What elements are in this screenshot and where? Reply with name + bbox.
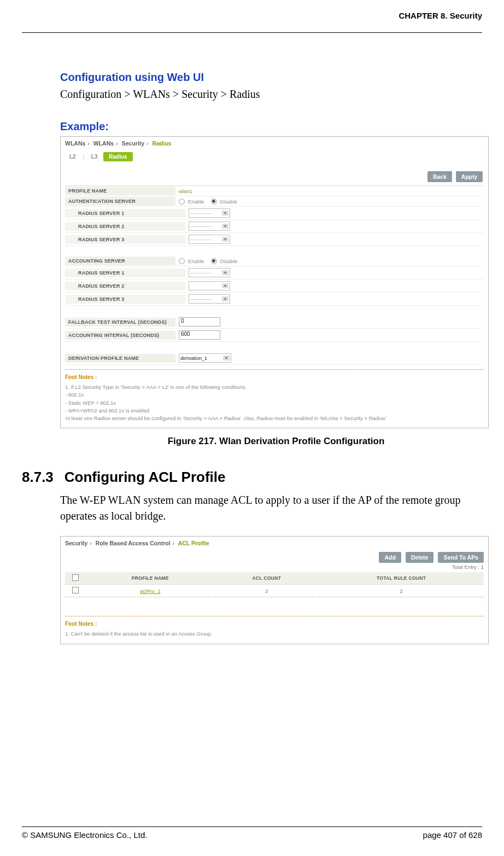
chevron-down-icon: ▾ [222, 211, 228, 216]
figure-radius-config: WLANs› WLANs› Security› Radius L2 | L3 R… [60, 136, 489, 428]
select-auth-rs1[interactable]: -------------▾ [189, 208, 230, 218]
section-body: The W-EP WLAN system can manage ACL to a… [60, 492, 492, 524]
example-label: Example: [60, 120, 492, 133]
radio-acct-disable[interactable] [211, 258, 217, 264]
send-to-aps-button[interactable]: Send To APs [438, 552, 484, 563]
header-rule [22, 32, 482, 33]
label-acct-rs1: RADIUS SERVER 1 [65, 269, 185, 277]
cell-acl-count: 2 [215, 585, 319, 597]
chevron-down-icon: ▾ [223, 356, 230, 360]
chevron-down-icon: ▾ [222, 296, 228, 301]
select-acct-rs3[interactable]: -------------▾ [189, 294, 230, 304]
footnotes-title2: Foot Notes : [65, 621, 484, 627]
page-footer: © SAMSUNG Electronics Co., Ltd. page 407… [22, 826, 482, 840]
bc-security2[interactable]: Security [65, 540, 87, 546]
radio-auth-enable[interactable] [179, 199, 185, 205]
bc-wlans[interactable]: WLANs [65, 140, 85, 147]
bc-wlans2[interactable]: WLANs [93, 140, 114, 147]
tab-l2[interactable]: L2 [65, 152, 80, 161]
section-title: Configuring ACL Profile [65, 469, 226, 486]
separator [65, 616, 484, 616]
fig2-breadcrumb: Security› Role Based Access Control› ACL… [65, 540, 484, 546]
radius-form: PROFILE NAME wlan1 AUTHENTICATION SERVER… [65, 185, 484, 370]
footer-page-number: page 407 of 628 [423, 830, 482, 840]
tab-radius[interactable]: Radius [103, 152, 132, 161]
bc-rbac[interactable]: Role Based Access Control [96, 540, 171, 546]
select-derivation[interactable]: derivation_1▾ [179, 353, 231, 363]
input-acct-interval[interactable]: 600 [179, 330, 220, 340]
footnotes-body2: 1. Can't be deleted if the access list i… [65, 630, 484, 638]
section-number: 8.7.3 [22, 469, 54, 486]
tabs: L2 | L3 Radius [65, 152, 484, 161]
auth-server-radios: Enable Disable [175, 197, 484, 206]
chevron-down-icon: ▾ [222, 283, 228, 288]
chapter-header: CHAPTER 8. Security [22, 11, 482, 20]
label-acct-server: ACCOUNTING SERVER [65, 257, 175, 265]
col-profile-name: PROFILE NAME [86, 572, 215, 585]
label-acct-rs3: RADIUS SERVER 3 [65, 295, 185, 304]
checkbox-select-all[interactable] [72, 574, 79, 581]
input-fallback[interactable]: 0 [179, 317, 220, 327]
figure-acl-profile: Security› Role Based Access Control› ACL… [60, 536, 489, 644]
acct-server-radios: Enable Disable [175, 257, 484, 266]
add-button[interactable]: Add [379, 552, 401, 563]
chevron-down-icon: ▾ [222, 237, 228, 242]
breadcrumb-path: Configuration > WLANs > Security > Radiu… [60, 88, 492, 101]
label-auth-rs3: RADIUS SERVER 3 [65, 235, 185, 244]
back-button[interactable]: Back [427, 171, 452, 182]
label-derivation: DERIVATION PROFILE NAME [65, 354, 175, 363]
footnotes-body: 1. If L2 Security Type in 'Security > AA… [65, 383, 484, 422]
bc-security[interactable]: Security [122, 140, 144, 147]
col-rule-count: TOTAL RULE COUNT [319, 572, 484, 585]
label-profile-name: PROFILE NAME [65, 187, 175, 195]
label-acct-interval: ACCOUNTING INTERVAL (SECONDS) [65, 331, 175, 340]
label-auth-server: AUTHENTICATION SERVER [65, 197, 175, 206]
select-acct-rs1[interactable]: -------------▾ [189, 268, 230, 277]
select-auth-rs3[interactable]: -------------▾ [189, 235, 230, 244]
radio-acct-enable[interactable] [179, 258, 185, 264]
acl-table: PROFILE NAME ACL COUNT TOTAL RULE COUNT … [65, 572, 484, 597]
tab-l3[interactable]: L3 [87, 152, 102, 161]
checkbox-row[interactable] [72, 587, 79, 593]
label-acct-rs2: RADIUS SERVER 2 [65, 282, 185, 290]
figure-caption: Figure 217. Wlan Derivation Profile Conf… [60, 436, 492, 447]
chevron-down-icon: ▾ [222, 224, 228, 229]
bc-acl-profile: ACL Profile [178, 540, 209, 546]
footer-copyright: © SAMSUNG Electronics Co., Ltd. [22, 830, 147, 840]
value-profile-name: wlan1 [175, 187, 484, 196]
radio-auth-disable[interactable] [211, 199, 217, 205]
cell-profile-name[interactable]: aclPro_1 [86, 585, 215, 597]
apply-button[interactable]: Apply [456, 171, 483, 182]
select-acct-rs2[interactable]: .▾ [189, 281, 230, 290]
delete-button[interactable]: Delete [406, 552, 434, 563]
section-config-webui-title: Configuration using Web UI [60, 71, 492, 84]
select-auth-rs2[interactable]: -------------▾ [189, 222, 230, 231]
label-fallback: FALLBACK TEST INTERVAL (SECONDS) [65, 318, 175, 327]
fig1-breadcrumb: WLANs› WLANs› Security› Radius [65, 140, 484, 147]
table-row: aclPro_1 2 2 [65, 585, 484, 597]
label-auth-rs2: RADIUS SERVER 2 [65, 222, 185, 231]
label-auth-rs1: RADIUS SERVER 1 [65, 209, 185, 218]
footnotes-title: Foot Notes : [65, 374, 484, 380]
cell-rule-count: 2 [319, 585, 484, 597]
bc-radius: Radius [152, 140, 171, 147]
col-acl-count: ACL COUNT [215, 572, 319, 585]
chevron-down-icon: ▾ [222, 270, 228, 275]
total-entry: Total Entry : 1 [65, 564, 484, 570]
